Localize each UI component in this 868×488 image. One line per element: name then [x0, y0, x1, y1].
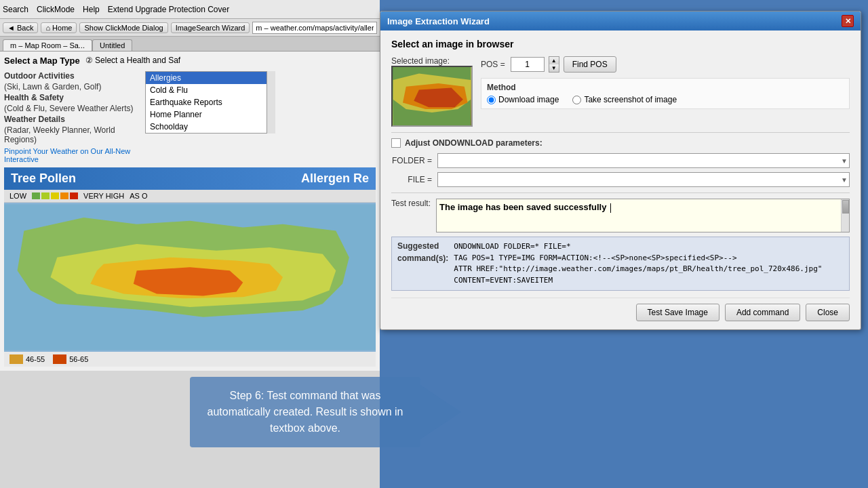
legend-56: 56-65: [53, 354, 88, 364]
allergen-label: Allergen Re: [301, 171, 369, 186]
pos-input[interactable]: [511, 57, 545, 72]
spin-up[interactable]: ▲: [549, 57, 559, 64]
health-link[interactable]: Pinpoint Your Weather on Our All-New Int…: [4, 147, 140, 163]
legend-range-56: 56-65: [69, 355, 88, 363]
scale-colors: [32, 192, 78, 199]
list-item-earthquake[interactable]: Earthquake Reports: [146, 96, 267, 108]
file-row: FILE = ▼: [391, 172, 850, 187]
command-text-block: ONDOWNLOAD FOLDER=* FILE=* TAG POS=1 TYP…: [454, 241, 822, 286]
back-button[interactable]: ◄ Back: [3, 22, 38, 33]
suggested-label-group: Suggested command(s):: [397, 241, 448, 286]
scrollbar-thumb: [842, 200, 849, 214]
list-box[interactable]: Allergies Cold & Flu Earthquake Reports …: [145, 71, 267, 134]
menu-help[interactable]: Help: [83, 5, 100, 14]
radio-screenshot-label: Take screenshot of image: [584, 95, 677, 104]
cat-health: Health & Safety: [4, 93, 140, 102]
url-bar[interactable]: [252, 22, 377, 34]
selected-image-group: Selected image:: [391, 56, 473, 127]
home-button[interactable]: ⌂ Home: [41, 22, 77, 33]
scale-color-1: [32, 192, 40, 199]
dialog-buttons: Test Save Image Add command Close: [391, 298, 850, 321]
scale-color-3: [51, 192, 59, 199]
test-result-text: The image has been saved successfully: [439, 202, 606, 212]
browser-nav: ◄ Back ⌂ Home Show ClickMode Dialog Imag…: [0, 19, 380, 37]
image-extraction-dialog: Image Extraction Wizard ✕ Select an imag…: [380, 11, 861, 330]
legend-color-56: [53, 354, 66, 364]
menu-clickmode[interactable]: ClickMode: [37, 5, 75, 14]
legend-46: 46-55: [9, 354, 45, 364]
radio-download-input[interactable]: [487, 96, 496, 104]
dialog-titlebar: Image Extraction Wizard ✕: [380, 12, 861, 30]
spin-down[interactable]: ▼: [549, 64, 559, 72]
test-save-button[interactable]: Test Save Image: [636, 304, 719, 321]
legend-color-46: [9, 354, 23, 364]
pos-area: ▲ ▼ Find POS: [511, 56, 616, 73]
menu-extend[interactable]: Extend Upgrade Protection Cover: [108, 5, 229, 14]
list-item-schoolday[interactable]: Schoolday: [146, 121, 267, 133]
test-result-box[interactable]: The image has been saved successfully: [436, 199, 850, 232]
map-image: [4, 203, 376, 352]
scale-low: LOW: [9, 192, 26, 200]
folder-row: FOLDER = ▼: [391, 153, 850, 168]
method-section: Method Download image Take screenshot of…: [481, 78, 850, 109]
list-item-home[interactable]: Home Planner: [146, 108, 267, 121]
scale-color-4: [60, 192, 68, 199]
tooltip-arrow: [420, 385, 461, 439]
pollen-scale: LOW VERY HIGH AS O: [4, 190, 376, 203]
pos-spinner[interactable]: ▲ ▼: [549, 56, 559, 73]
list-container: Allergies Cold & Flu Earthquake Reports …: [145, 71, 376, 134]
map-type-label: Select a Map Type: [4, 56, 80, 66]
cat-outdoor: Outdoor Activities: [4, 71, 140, 81]
pollen-legend: 46-55 56-65: [4, 352, 376, 367]
command-label: command(s):: [397, 253, 448, 263]
file-label: FILE =: [391, 175, 432, 184]
close-button[interactable]: Close: [806, 304, 850, 321]
adjust-checkbox[interactable]: [391, 138, 401, 148]
find-pos-button[interactable]: Find POS: [564, 56, 616, 73]
dialog-close-button[interactable]: ✕: [842, 15, 854, 27]
cmd-line3: ATTR HREF:"http://image.weather.com/imag…: [454, 264, 822, 275]
tab-bar: m – Map Room – Sa... Untitled: [0, 37, 380, 52]
overlay-tooltip: Step 6: Test command that was automatica…: [190, 377, 420, 447]
radio-screenshot-input[interactable]: [572, 96, 581, 104]
cat-weather-sub: (Radar, Weekly Planner, World Regions): [4, 125, 140, 144]
radio-screenshot[interactable]: Take screenshot of image: [572, 95, 677, 104]
file-dropdown[interactable]: ▼: [437, 172, 850, 187]
suggested-label: Suggested: [397, 241, 448, 251]
thumb-svg: [393, 67, 471, 125]
list-item-cold[interactable]: Cold & Flu: [146, 84, 267, 96]
list-scrollbar[interactable]: [267, 71, 275, 134]
folder-dropdown[interactable]: ▼: [437, 153, 850, 168]
tooltip-text: Step 6: Test command that was automatica…: [207, 390, 403, 434]
test-result-label: Test result:: [391, 199, 431, 208]
folder-dropdown-arrow: ▼: [841, 157, 848, 165]
suggested-inner: Suggested command(s): ONDOWNLOAD FOLDER=…: [397, 241, 844, 286]
test-scrollbar[interactable]: [841, 199, 849, 232]
browser-toolbar: Search ClickMode Help Extend Upgrade Pro…: [0, 0, 380, 19]
scale-as: AS O: [130, 192, 147, 200]
scale-color-5: [70, 192, 78, 199]
folder-label: FOLDER =: [391, 156, 432, 165]
map-type-row: Select a Map Type ② Select a Health and …: [4, 56, 376, 68]
pollen-header: Tree Pollen Allergen Re: [4, 167, 376, 190]
clickmode-button[interactable]: Show ClickMode Dialog: [79, 22, 167, 33]
scale-color-2: [41, 192, 50, 199]
add-command-button[interactable]: Add command: [725, 304, 800, 321]
menu-search[interactable]: Search: [3, 5, 28, 14]
dialog-title: Image Extraction Wizard: [387, 16, 490, 26]
cat-weather: Weather Details: [4, 115, 140, 124]
method-label: Method: [487, 83, 844, 92]
section-title: Select an image in browser: [391, 39, 850, 49]
dialog-body: Select an image in browser Selected imag…: [380, 30, 861, 329]
test-result-row: Test result: The image has been saved su…: [391, 199, 850, 232]
cmd-line2: TAG POS=1 TYPE=IMG FORM=ACTION:<!--<SP>n…: [454, 253, 822, 264]
list-item-allergies[interactable]: Allergies: [146, 72, 267, 84]
radio-row: Download image Take screenshot of image: [487, 95, 844, 104]
right-panel: Allergies Cold & Flu Earthquake Reports …: [145, 71, 376, 163]
imagesearch-button[interactable]: ImageSearch Wizard: [171, 22, 250, 33]
tab-map-room[interactable]: m – Map Room – Sa...: [3, 39, 92, 51]
pos-label: POS =: [481, 60, 505, 69]
file-dropdown-arrow: ▼: [841, 176, 848, 184]
radio-download[interactable]: Download image: [487, 95, 559, 104]
tab-untitled[interactable]: Untitled: [92, 39, 132, 51]
